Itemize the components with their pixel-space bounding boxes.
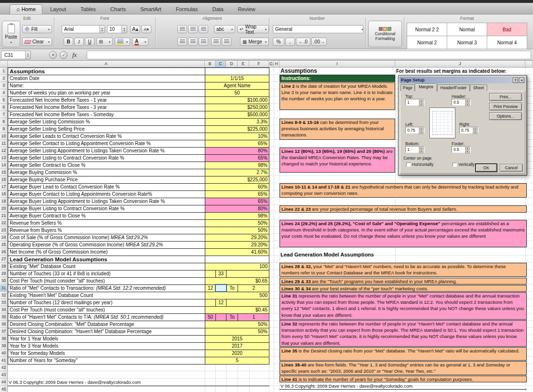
vertically-checkbox[interactable]: Vertically (453, 162, 475, 167)
tab-charts[interactable]: Charts (104, 4, 133, 14)
increase-decimal-button[interactable]: .00→ (311, 38, 327, 46)
font-family-select[interactable]: Arial ▲▼ (62, 25, 105, 33)
row-header-32[interactable]: 32 (0, 292, 8, 299)
align-top-button[interactable] (177, 38, 187, 46)
row-16-value[interactable]: $225,000 (205, 176, 269, 184)
style-normal-4[interactable]: Normal 4 (487, 36, 527, 49)
row-1-value[interactable] (205, 68, 269, 75)
row-header-1[interactable]: 1 (0, 68, 8, 75)
row-header-25[interactable]: 25 (0, 241, 8, 248)
row-15-label[interactable]: Average Buying Commission % (8, 169, 205, 176)
row-35-value[interactable]: 50To1 (205, 314, 269, 321)
row-27-value[interactable] (205, 256, 269, 263)
row-28-label[interactable]: Existing "Met" Database Count (8, 263, 205, 270)
tab-tables[interactable]: Tables (74, 4, 103, 14)
row-32-value[interactable]: 500 (205, 292, 269, 299)
row-25-label[interactable]: Operating Expense (% of Gross Commission… (8, 242, 205, 249)
shrink-font-button[interactable]: A▾ (141, 25, 151, 33)
row-header-36[interactable]: 36 (0, 321, 8, 328)
insert-function-button[interactable]: fx (72, 51, 77, 59)
row-13-value[interactable]: 65% (205, 155, 269, 162)
fill-button[interactable]: Fill ▾ (22, 25, 52, 33)
column-header-d[interactable]: D (226, 61, 238, 68)
row-14-label[interactable]: Average Seller Contract to Close % (8, 162, 205, 169)
row-header-27[interactable]: 27 (0, 256, 8, 263)
align-middle-button[interactable] (188, 38, 198, 46)
row-33-label[interactable]: Number of Touches (12 direct mailings pe… (8, 299, 205, 307)
tab-layout[interactable]: Layout (43, 4, 73, 14)
row-header-44[interactable]: 44 (0, 378, 8, 386)
left-margin-input[interactable]: 0.75▲▼ (405, 127, 425, 134)
row-38-value[interactable]: 2015 (205, 336, 269, 343)
cell-ef31[interactable]: 2 (238, 285, 269, 292)
comma-style-button[interactable]: , (285, 38, 295, 46)
row-11-value[interactable]: 65% (205, 140, 269, 148)
row-6-label[interactable]: Forecasted Net Income Before Taxes - 3 y… (8, 104, 205, 111)
row-22-value[interactable]: 50% (205, 220, 269, 227)
fill-color-button[interactable]: ▾ (115, 38, 130, 46)
style-normal-2-2[interactable]: Normal 2 2 (407, 23, 447, 36)
row-header-13[interactable]: 13 (0, 154, 8, 162)
row-header-24[interactable]: 24 (0, 234, 8, 241)
row-6-value[interactable]: $250,000 (205, 104, 269, 111)
cell-df33[interactable] (227, 299, 269, 307)
row-header-8[interactable]: 8 (0, 118, 8, 125)
row-22-label[interactable]: Revenue from Sellers % (8, 220, 205, 227)
row-37-label[interactable]: Desired Closing Combination: "Haven't Me… (8, 328, 205, 336)
style-bad[interactable]: Bad (487, 23, 527, 36)
cell-c33[interactable]: 12 (216, 299, 227, 307)
cell-c29[interactable]: 33 (216, 270, 227, 278)
row-header-16[interactable]: 16 (0, 176, 8, 183)
cell-d31[interactable]: To (227, 285, 238, 292)
row-header-30[interactable]: 30 (0, 277, 8, 284)
row-header-9[interactable]: 9 (0, 125, 8, 133)
footer-margin-input[interactable]: 0.5▲▼ (452, 146, 471, 153)
row-40-label[interactable]: Year for Someday Models (8, 350, 205, 357)
row-5-value[interactable]: $100,000 (205, 97, 269, 104)
row-19-value[interactable]: 65% (205, 198, 269, 205)
row-20-value[interactable]: 80% (205, 205, 269, 213)
grow-font-button[interactable]: A▴ (130, 25, 140, 33)
header-margin-input[interactable]: 0.5▲▼ (452, 99, 471, 106)
conditional-formatting-button[interactable]: Conditional Formatting (368, 21, 402, 47)
row-5-label[interactable]: Forecasted Net Income Before Taxes - 1 y… (8, 97, 205, 104)
row-header-11[interactable]: 11 (0, 140, 8, 147)
row-15-value[interactable]: 2.7% (205, 169, 269, 176)
row-36-label[interactable]: Desired Closing Combination: "Met" Datab… (8, 321, 205, 328)
borders-button[interactable]: ⊞▾ (96, 38, 113, 46)
row-header-39[interactable]: 39 (0, 342, 8, 350)
align-bottom-button[interactable] (199, 38, 208, 46)
row-header-38[interactable]: 38 (0, 335, 8, 342)
row-10-value[interactable]: 10% (205, 133, 269, 140)
abc-button[interactable]: abc▾ (214, 25, 235, 33)
tab-data[interactable]: Data (205, 4, 230, 14)
dialog-tab-page[interactable]: Page (400, 84, 415, 91)
row-24-value[interactable]: 29.20% (205, 234, 269, 242)
enter-button[interactable]: ✓ (60, 51, 67, 59)
selected-cell-c31[interactable] (215, 284, 227, 292)
column-header-f[interactable]: F (249, 61, 269, 68)
row-header-19[interactable]: 19 (0, 198, 8, 205)
cell-b35[interactable]: 50 (205, 314, 216, 321)
row-16-label[interactable]: Average Buying Purchase Price (8, 176, 205, 184)
percent-style-button[interactable]: % (273, 38, 284, 46)
header-margin-spinner[interactable]: ▲▼ (465, 100, 470, 105)
select-all-corner[interactable] (0, 61, 8, 68)
decrease-indent-button[interactable] (211, 38, 221, 46)
row-header-23[interactable]: 23 (0, 227, 8, 234)
row-header-20[interactable]: 20 (0, 205, 8, 212)
right-margin-spinner[interactable]: ▲▼ (473, 128, 478, 133)
row-header-41[interactable]: 41 (0, 357, 8, 364)
row-header-33[interactable]: 33 (0, 299, 8, 306)
row-header-29[interactable]: 29 (0, 270, 8, 277)
dialog-tab-header-footer[interactable]: Header/Footer (437, 84, 470, 91)
row-26-label[interactable]: Net Income (% of Gross Commission Income… (8, 249, 205, 256)
row-38-label[interactable]: Year for 1 Year Models (8, 336, 205, 343)
row-header-18[interactable]: 18 (0, 190, 8, 198)
row-29-value[interactable]: 33 (205, 270, 269, 278)
row-11-label[interactable]: Average Seller Contact to Listing Appoin… (8, 140, 205, 148)
row-8-value[interactable]: 3.3% (205, 119, 269, 126)
row-21-value[interactable]: 98% (205, 213, 269, 220)
row-7-value[interactable]: $500,000 (205, 111, 269, 119)
cancel-button[interactable]: ✕ (49, 51, 57, 59)
